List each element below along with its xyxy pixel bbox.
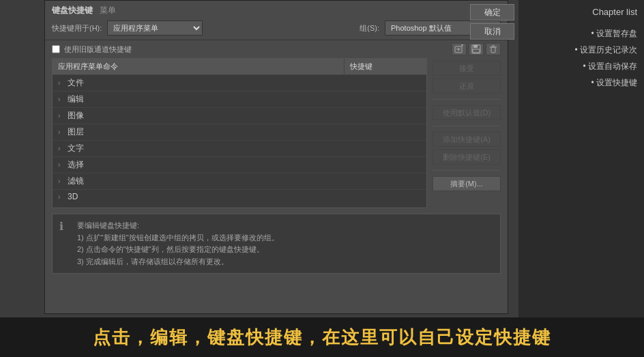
accept-button[interactable]: 接受 [433, 61, 501, 76]
restore-button[interactable]: 还原 [433, 78, 501, 94]
confirm-button[interactable]: 确定 [470, 4, 514, 20]
chapter-item-2: • 设置历史记录次 [525, 42, 637, 58]
expand-icon: › [58, 112, 65, 119]
col1-header: 应用程序菜单命令 [53, 59, 345, 74]
dialog-title: 键盘快捷键 [52, 5, 93, 16]
table-row[interactable]: › 3D [53, 190, 426, 201]
table-row[interactable]: › 图像 [53, 108, 426, 124]
expand-icon: › [58, 79, 65, 87]
expand-icon: › [58, 193, 65, 201]
dialog-titlebar: 键盘快捷键 菜单 [45, 1, 508, 16]
svg-rect-7 [473, 49, 480, 53]
dialog-sep: 菜单 [100, 5, 116, 16]
expand-icon: › [58, 128, 65, 136]
controls-row: 快捷键用于(H): 应用程序菜单 组(S): Photoshop 默认值 [45, 16, 508, 40]
row-label: 文件 [68, 77, 84, 89]
row-label: 图像 [68, 110, 84, 122]
info-area: ℹ 要编辑键盘快捷键: 1) 点扩"新建组"按钮创建选中组的拷贝，或选择要修改的… [52, 214, 501, 274]
keyboard-shortcuts-dialog: 键盘快捷键 菜单 快捷键用于(H): 应用程序菜单 组(S): Photosho… [44, 0, 508, 314]
separator [433, 170, 501, 171]
separator [433, 99, 501, 100]
expand-icon: › [58, 145, 65, 152]
table-header: 应用程序菜单命令 快捷键 [53, 59, 426, 75]
expand-icon: › [58, 96, 65, 103]
row-label: 滤镜 [68, 175, 84, 187]
chapter-item-3: • 设置自动保存 [525, 58, 637, 74]
use-default-button[interactable]: 使用默认值(D) [433, 105, 501, 120]
right-panel: 接受 还原 使用默认值(D) 添加快捷键(A) 删除快捷键(E) 摘要(M)..… [433, 58, 501, 208]
svg-rect-6 [473, 45, 478, 48]
table-row[interactable]: › 图层 [53, 124, 426, 141]
row-label: 编辑 [68, 94, 84, 105]
separator [433, 126, 501, 126]
shortcuts-table: 应用程序菜单命令 快捷键 › 文件 › 编辑 › 图像 › 图层 [52, 58, 427, 208]
dialog-body: 应用程序菜单命令 快捷键 › 文件 › 编辑 › 图像 › 图层 [45, 58, 508, 208]
table-row[interactable]: › 滤镜 [53, 173, 426, 190]
summarize-button[interactable]: 摘要(M)... [433, 176, 501, 191]
col2-header: 快捷键 [345, 59, 426, 74]
table-rows-container: › 文件 › 编辑 › 图像 › 图层 › 文字 [53, 75, 426, 201]
bottom-bar: 点击，编辑，键盘快捷键，在这里可以自己设定快捷键 [0, 317, 644, 357]
row-label: 文字 [68, 143, 84, 154]
expand-icon: › [58, 177, 65, 185]
right-sidebar: Chapter list • 设置暂存盘 • 设置历史记录次 • 设置自动保存 … [518, 0, 644, 317]
bottom-text: 点击，编辑，键盘快捷键，在这里可以自己设定快捷键 [93, 326, 551, 349]
table-row[interactable]: › 文件 [53, 75, 426, 91]
svg-rect-9 [491, 47, 495, 53]
expand-icon: › [58, 161, 65, 169]
shortcut-for-select[interactable]: 应用程序菜单 [107, 20, 203, 35]
chapter-item-1: • 设置暂存盘 [525, 25, 637, 42]
icon-button-group [452, 43, 501, 55]
group-label: 组(S): [360, 23, 379, 33]
legacy-shortcuts-checkbox[interactable] [52, 45, 60, 53]
checkbox-row: 使用旧版通道快捷键 [52, 44, 452, 55]
delete-icon-btn[interactable] [486, 43, 501, 55]
shortcut-for-label: 快捷键用于(H): [52, 23, 102, 33]
info-text: 要编辑键盘快捷键: 1) 点扩"新建组"按钮创建选中组的拷贝，或选择要修改的组。… [77, 220, 279, 268]
row-label: 图层 [68, 126, 84, 138]
chapter-list-title: Chapter list [525, 7, 637, 17]
save-icon-btn[interactable] [469, 43, 484, 55]
checkbox-label: 使用旧版通道快捷键 [64, 44, 132, 55]
table-row[interactable]: › 选择 [53, 157, 426, 173]
new-group-icon-btn[interactable] [452, 43, 467, 55]
cancel-button[interactable]: 取消 [470, 23, 514, 40]
table-row[interactable]: › 文字 [53, 141, 426, 157]
add-shortcut-button[interactable]: 添加快捷键(A) [433, 132, 501, 147]
row-label: 选择 [68, 159, 84, 171]
delete-shortcut-button[interactable]: 删除快捷键(E) [433, 149, 501, 165]
table-row[interactable]: › 编辑 [53, 91, 426, 108]
ok-cancel-area: 确定 取消 [470, 4, 514, 40]
chapter-item-4: • 设置快捷键 [525, 74, 637, 91]
info-icon: ℹ [59, 220, 72, 233]
row-label: 3D [68, 192, 78, 201]
